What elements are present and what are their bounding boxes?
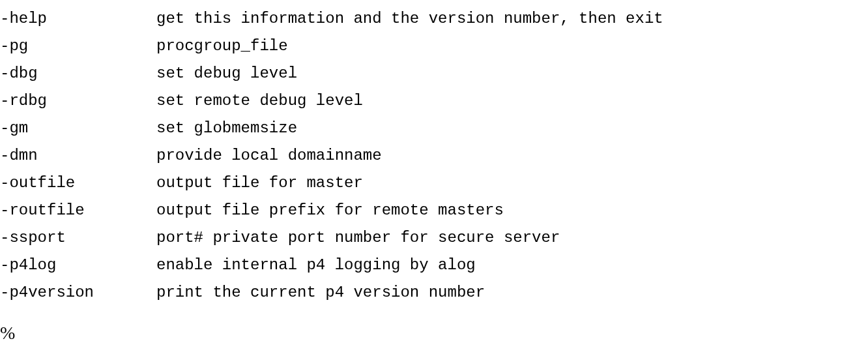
option-description: port# private port number for secure ser… [156, 224, 868, 252]
option-row: -help get this information and the versi… [0, 5, 868, 33]
option-flag: -help [0, 5, 156, 33]
option-flag: -gm [0, 115, 156, 142]
option-description: set remote debug level [156, 87, 868, 115]
option-flag: -pg [0, 33, 156, 60]
option-row: -gm set globmemsize [0, 115, 868, 142]
option-row: -rdbg set remote debug level [0, 87, 868, 115]
option-flag: -dbg [0, 60, 156, 87]
option-row: -p4log enable internal p4 logging by alo… [0, 252, 868, 279]
shell-prompt: % [0, 319, 868, 347]
option-row: -dbg set debug level [0, 60, 868, 87]
option-description: output file for master [156, 170, 868, 197]
option-flag: -p4version [0, 279, 156, 306]
command-options-list: -help get this information and the versi… [0, 5, 868, 306]
option-flag: -routfile [0, 197, 156, 224]
option-row: -p4version print the current p4 version … [0, 279, 868, 306]
option-row: -ssport port# private port number for se… [0, 224, 868, 252]
option-description: get this information and the version num… [156, 5, 868, 33]
option-description: provide local domainname [156, 142, 868, 170]
option-description: output file prefix for remote masters [156, 197, 868, 224]
option-row: -outfile output file for master [0, 170, 868, 197]
option-description: enable internal p4 logging by alog [156, 252, 868, 279]
option-flag: -ssport [0, 224, 156, 252]
option-description: print the current p4 version number [156, 279, 868, 306]
option-row: -routfile output file prefix for remote … [0, 197, 868, 224]
option-flag: -outfile [0, 170, 156, 197]
option-flag: -p4log [0, 252, 156, 279]
option-description: set debug level [156, 60, 868, 87]
option-description: set globmemsize [156, 115, 868, 142]
option-row: -dmn provide local domainname [0, 142, 868, 170]
option-flag: -dmn [0, 142, 156, 170]
option-flag: -rdbg [0, 87, 156, 115]
option-description: procgroup_file [156, 33, 868, 60]
option-row: -pg procgroup_file [0, 33, 868, 60]
